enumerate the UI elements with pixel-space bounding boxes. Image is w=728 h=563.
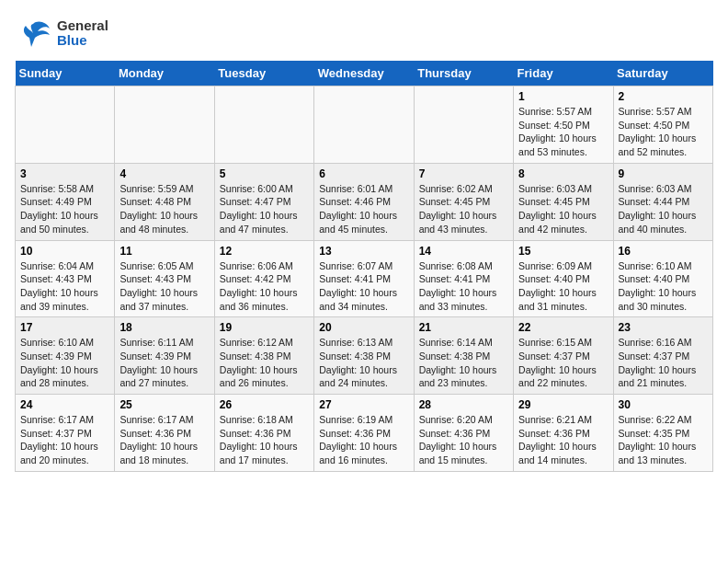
day-number: 8: [518, 167, 608, 180]
day-header-thursday: Thursday: [414, 61, 513, 86]
day-detail: Sunrise: 6:00 AM Sunset: 4:47 PM Dayligh…: [220, 182, 309, 236]
calendar-cell: 19Sunrise: 6:12 AM Sunset: 4:38 PM Dayli…: [214, 317, 313, 395]
day-number: 14: [419, 245, 508, 258]
day-header-friday: Friday: [514, 61, 613, 86]
calendar-cell: 1Sunrise: 5:57 AM Sunset: 4:50 PM Daylig…: [514, 86, 613, 164]
calendar-cell: [314, 86, 414, 164]
day-detail: Sunrise: 6:21 AM Sunset: 4:36 PM Dayligh…: [518, 413, 608, 467]
day-detail: Sunrise: 6:08 AM Sunset: 4:41 PM Dayligh…: [419, 259, 508, 314]
logo-bird-icon: [15, 15, 51, 52]
calendar-week-row: 24Sunrise: 6:17 AM Sunset: 4:37 PM Dayli…: [16, 395, 713, 472]
day-header-wednesday: Wednesday: [314, 61, 414, 86]
day-number: 17: [20, 321, 109, 334]
day-header-tuesday: Tuesday: [214, 61, 313, 86]
day-number: 18: [119, 321, 209, 334]
day-number: 24: [20, 398, 109, 411]
day-detail: Sunrise: 6:15 AM Sunset: 4:37 PM Dayligh…: [518, 336, 608, 390]
calendar-cell: 10Sunrise: 6:04 AM Sunset: 4:43 PM Dayli…: [16, 240, 115, 317]
day-number: 30: [619, 398, 708, 411]
day-detail: Sunrise: 6:16 AM Sunset: 4:37 PM Dayligh…: [619, 336, 708, 390]
day-number: 19: [220, 321, 309, 334]
calendar-cell: 3Sunrise: 5:58 AM Sunset: 4:49 PM Daylig…: [16, 163, 115, 240]
calendar-cell: 27Sunrise: 6:19 AM Sunset: 4:36 PM Dayli…: [314, 395, 414, 472]
day-number: 22: [518, 321, 608, 334]
day-detail: Sunrise: 5:57 AM Sunset: 4:50 PM Dayligh…: [619, 105, 708, 159]
calendar-cell: 20Sunrise: 6:13 AM Sunset: 4:38 PM Dayli…: [314, 317, 414, 395]
day-detail: Sunrise: 6:09 AM Sunset: 4:40 PM Dayligh…: [518, 259, 608, 314]
day-number: 5: [220, 167, 309, 180]
day-number: 1: [518, 90, 608, 103]
calendar-cell: [414, 86, 513, 164]
calendar-cell: 24Sunrise: 6:17 AM Sunset: 4:37 PM Dayli…: [16, 395, 115, 472]
logo-text-general: General: [57, 18, 108, 34]
calendar-cell: 12Sunrise: 6:06 AM Sunset: 4:42 PM Dayli…: [214, 240, 313, 317]
day-number: 15: [518, 245, 608, 258]
page-header: General Blue: [15, 15, 713, 52]
calendar-cell: 9Sunrise: 6:03 AM Sunset: 4:44 PM Daylig…: [613, 163, 712, 240]
day-number: 28: [419, 398, 508, 411]
day-detail: Sunrise: 6:03 AM Sunset: 4:44 PM Dayligh…: [619, 182, 708, 236]
day-detail: Sunrise: 6:13 AM Sunset: 4:38 PM Dayligh…: [319, 336, 408, 390]
day-detail: Sunrise: 6:14 AM Sunset: 4:38 PM Dayligh…: [419, 336, 508, 390]
day-detail: Sunrise: 6:04 AM Sunset: 4:43 PM Dayligh…: [20, 259, 109, 314]
day-number: 27: [319, 398, 408, 411]
calendar-cell: 8Sunrise: 6:03 AM Sunset: 4:45 PM Daylig…: [514, 163, 613, 240]
calendar-cell: 29Sunrise: 6:21 AM Sunset: 4:36 PM Dayli…: [514, 395, 613, 472]
calendar-cell: 13Sunrise: 6:07 AM Sunset: 4:41 PM Dayli…: [314, 240, 414, 317]
day-number: 7: [419, 167, 508, 180]
calendar-week-row: 17Sunrise: 6:10 AM Sunset: 4:39 PM Dayli…: [16, 317, 713, 395]
calendar-cell: 18Sunrise: 6:11 AM Sunset: 4:39 PM Dayli…: [115, 317, 214, 395]
day-detail: Sunrise: 6:11 AM Sunset: 4:39 PM Dayligh…: [119, 336, 209, 390]
day-detail: Sunrise: 5:59 AM Sunset: 4:48 PM Dayligh…: [119, 182, 209, 236]
day-detail: Sunrise: 6:03 AM Sunset: 4:45 PM Dayligh…: [518, 182, 608, 236]
day-number: 9: [619, 167, 708, 180]
day-number: 23: [619, 321, 708, 334]
day-detail: Sunrise: 6:19 AM Sunset: 4:36 PM Dayligh…: [319, 413, 408, 467]
day-number: 25: [119, 398, 209, 411]
day-number: 21: [419, 321, 508, 334]
day-number: 4: [119, 167, 209, 180]
calendar-week-row: 3Sunrise: 5:58 AM Sunset: 4:49 PM Daylig…: [16, 163, 713, 240]
calendar-cell: 16Sunrise: 6:10 AM Sunset: 4:40 PM Dayli…: [613, 240, 712, 317]
day-detail: Sunrise: 6:07 AM Sunset: 4:41 PM Dayligh…: [319, 259, 408, 314]
day-number: 11: [119, 245, 209, 258]
calendar-cell: 2Sunrise: 5:57 AM Sunset: 4:50 PM Daylig…: [613, 86, 712, 164]
calendar-cell: 22Sunrise: 6:15 AM Sunset: 4:37 PM Dayli…: [514, 317, 613, 395]
day-detail: Sunrise: 6:06 AM Sunset: 4:42 PM Dayligh…: [220, 259, 309, 314]
day-number: 10: [20, 245, 109, 258]
day-detail: Sunrise: 6:12 AM Sunset: 4:38 PM Dayligh…: [220, 336, 309, 390]
calendar-cell: 30Sunrise: 6:22 AM Sunset: 4:35 PM Dayli…: [613, 395, 712, 472]
day-detail: Sunrise: 6:01 AM Sunset: 4:46 PM Dayligh…: [319, 182, 408, 236]
day-number: 20: [319, 321, 408, 334]
day-detail: Sunrise: 6:18 AM Sunset: 4:36 PM Dayligh…: [220, 413, 309, 467]
calendar-cell: 5Sunrise: 6:00 AM Sunset: 4:47 PM Daylig…: [214, 163, 313, 240]
calendar-cell: 21Sunrise: 6:14 AM Sunset: 4:38 PM Dayli…: [414, 317, 513, 395]
day-detail: Sunrise: 5:58 AM Sunset: 4:49 PM Dayligh…: [20, 182, 109, 236]
calendar-week-row: 10Sunrise: 6:04 AM Sunset: 4:43 PM Dayli…: [16, 240, 713, 317]
day-number: 16: [619, 245, 708, 258]
day-number: 26: [220, 398, 309, 411]
logo: General Blue: [15, 15, 108, 52]
day-number: 2: [619, 90, 708, 103]
calendar-week-row: 1Sunrise: 5:57 AM Sunset: 4:50 PM Daylig…: [16, 86, 713, 164]
day-detail: Sunrise: 6:02 AM Sunset: 4:45 PM Dayligh…: [419, 182, 508, 236]
calendar-cell: 23Sunrise: 6:16 AM Sunset: 4:37 PM Dayli…: [613, 317, 712, 395]
day-detail: Sunrise: 6:10 AM Sunset: 4:39 PM Dayligh…: [20, 336, 109, 390]
day-header-saturday: Saturday: [613, 61, 712, 86]
day-number: 3: [20, 167, 109, 180]
calendar-cell: 26Sunrise: 6:18 AM Sunset: 4:36 PM Dayli…: [214, 395, 313, 472]
calendar-cell: [16, 86, 115, 164]
calendar-cell: 11Sunrise: 6:05 AM Sunset: 4:43 PM Dayli…: [115, 240, 214, 317]
day-headers-row: SundayMondayTuesdayWednesdayThursdayFrid…: [16, 61, 713, 86]
day-detail: Sunrise: 6:22 AM Sunset: 4:35 PM Dayligh…: [619, 413, 708, 467]
calendar-cell: [214, 86, 313, 164]
day-detail: Sunrise: 6:10 AM Sunset: 4:40 PM Dayligh…: [619, 259, 708, 314]
calendar-cell: 25Sunrise: 6:17 AM Sunset: 4:36 PM Dayli…: [115, 395, 214, 472]
day-detail: Sunrise: 6:17 AM Sunset: 4:37 PM Dayligh…: [20, 413, 109, 467]
day-detail: Sunrise: 5:57 AM Sunset: 4:50 PM Dayligh…: [518, 105, 608, 159]
calendar-cell: [115, 86, 214, 164]
calendar-cell: 17Sunrise: 6:10 AM Sunset: 4:39 PM Dayli…: [16, 317, 115, 395]
calendar-cell: 6Sunrise: 6:01 AM Sunset: 4:46 PM Daylig…: [314, 163, 414, 240]
calendar-table: SundayMondayTuesdayWednesdayThursdayFrid…: [15, 61, 713, 472]
day-number: 6: [319, 167, 408, 180]
